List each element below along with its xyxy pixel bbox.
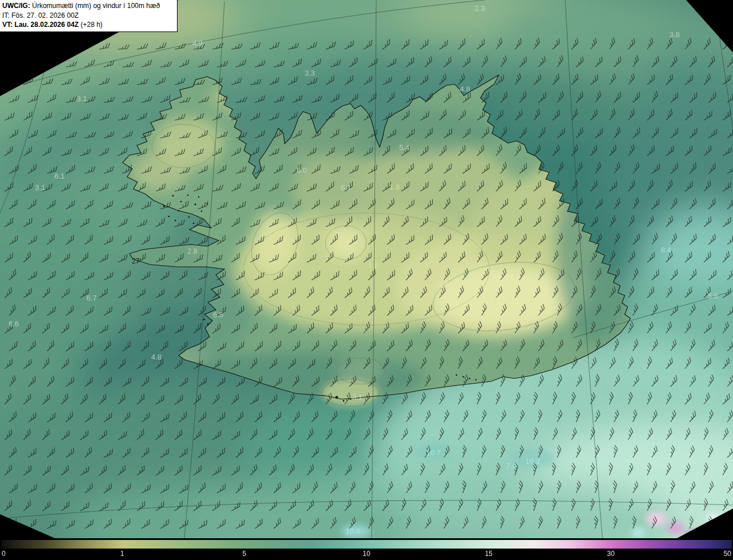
map-value-label: 1.9 xyxy=(389,183,400,191)
map-decoration xyxy=(193,223,195,224)
map-value-label: 2.3 xyxy=(475,4,485,13)
map-value-label: 1.6 xyxy=(368,261,379,270)
map-value-label: 4.8 xyxy=(460,85,470,93)
colorbar-tick: 1 xyxy=(120,550,124,558)
map-decoration xyxy=(172,195,174,197)
map-decoration xyxy=(195,204,196,206)
map-value-label: 6.7 xyxy=(86,294,97,302)
map-decoration xyxy=(178,210,179,211)
map-value-label: 5.4 xyxy=(399,143,409,152)
map-title: UWC/IG: Úrkomumætti (mm) og vindur í 100… xyxy=(2,1,172,11)
valid-time-offset: (+28 h) xyxy=(78,21,103,29)
map-value-label: 10.4 xyxy=(345,527,360,535)
map-decoration xyxy=(336,396,338,399)
map-decoration xyxy=(343,400,345,402)
map-value-label: 6.1 xyxy=(54,172,65,180)
map-value-label: 2.8 xyxy=(187,247,198,255)
map-value-label: 8.4 xyxy=(661,246,671,254)
colorbar-tick: 0 xyxy=(2,550,6,558)
init-time: IT: Fös. 27. 02. 2026 00Z xyxy=(2,11,172,21)
map-decoration xyxy=(463,376,464,378)
map-decoration xyxy=(198,196,199,198)
map-value-label: 6.6 xyxy=(9,320,19,328)
valid-time: VT: Lau. 28.02.2026 04Z (+28 h) xyxy=(2,20,172,30)
map-decoration xyxy=(668,522,684,534)
map-value-label: 3.1 xyxy=(352,393,362,401)
map-value-label: 6.0 xyxy=(297,166,307,175)
colorbar-gradient xyxy=(1,540,732,549)
model-name: UWC/IG: xyxy=(2,2,30,10)
colorbar-tick: 5 xyxy=(242,550,246,558)
map-value-label: 27 xyxy=(132,257,140,265)
valid-time-bold: VT: Lau. 28.02.2026 04Z xyxy=(2,21,78,29)
map-decoration xyxy=(207,324,209,325)
map-canvas: 2.33.84.93.34.83.15.46.06.13.16.11.92.81… xyxy=(0,0,733,560)
map-decoration xyxy=(469,378,470,379)
map-decoration xyxy=(475,379,476,380)
map-decoration xyxy=(201,211,202,212)
map-value-label: 1.9 xyxy=(439,281,450,289)
map-decoration xyxy=(350,399,351,400)
map-value-label: 4.9 xyxy=(192,39,203,48)
map-value-label: 10.7 xyxy=(426,448,440,457)
map-value-label: 6.1 xyxy=(341,183,351,192)
colorbar-tick: 10 xyxy=(362,550,370,558)
map-decoration xyxy=(252,212,298,275)
weather-map-app: 2.33.84.93.34.83.15.46.06.13.16.11.92.81… xyxy=(0,0,733,560)
map-decoration xyxy=(203,319,205,321)
map-value-label: 3.3 xyxy=(305,69,315,77)
colorbar-tick: 15 xyxy=(485,550,492,558)
map-decoration xyxy=(132,152,189,192)
map-decoration xyxy=(632,528,645,537)
title-box: UWC/IG: Úrkomumætti (mm) og vindur í 100… xyxy=(0,0,178,32)
map-title-text: Úrkomumætti (mm) og vindur í 100m hæð xyxy=(30,2,160,10)
map-decoration xyxy=(175,220,176,221)
map-value-label: 4.8 xyxy=(151,353,161,361)
map-value-label: 10.9 xyxy=(525,457,539,466)
map-value-label: 3.8 xyxy=(669,30,680,39)
map-value-label: 7.4 xyxy=(506,462,517,470)
map-value-label: 5.6 xyxy=(708,291,718,300)
colorbar-ticks: 01510153050 xyxy=(0,550,733,559)
map-value-label: 3.1 xyxy=(35,183,45,192)
map-value-label: 3.1 xyxy=(77,94,87,103)
colorbar-tick: 50 xyxy=(724,550,731,558)
map-decoration xyxy=(646,512,667,526)
colorbar-tick: 30 xyxy=(607,550,614,558)
map-decoration xyxy=(456,374,457,376)
map-value-label: 6.5 xyxy=(213,310,223,319)
weather-map: 2.33.84.93.34.83.15.46.06.13.16.11.92.81… xyxy=(0,0,733,560)
map-decoration xyxy=(188,216,190,218)
colorbar: 01510153050 xyxy=(0,539,733,560)
map-decoration xyxy=(168,216,170,218)
map-decoration xyxy=(187,195,188,196)
map-decoration xyxy=(180,201,182,203)
